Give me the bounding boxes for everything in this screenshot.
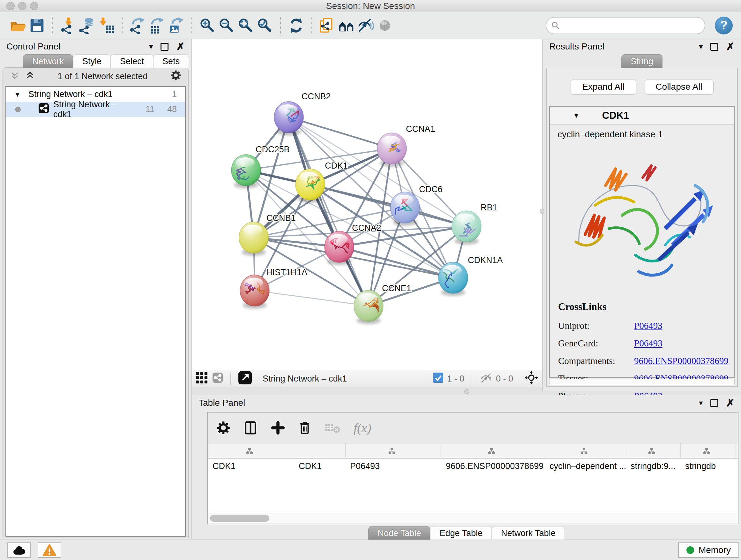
- hidden-eye-icon[interactable]: [480, 372, 492, 385]
- tab-style[interactable]: Style: [73, 54, 111, 68]
- tab-node-table[interactable]: Node Table: [368, 526, 430, 540]
- scrollbar-thumb[interactable]: [210, 515, 269, 522]
- minimize-window-button[interactable]: [18, 2, 26, 10]
- maximize-panel-icon[interactable]: [160, 43, 169, 51]
- tab-edge-table[interactable]: Edge Table: [430, 526, 492, 540]
- network-edge[interactable]: [289, 117, 368, 306]
- search-box[interactable]: [546, 17, 705, 34]
- show-hidden-button[interactable]: [375, 16, 394, 36]
- table-horizontal-scrollbar[interactable]: [208, 513, 738, 523]
- import-table-from-file-button[interactable]: [97, 16, 116, 36]
- network-node-cdc6[interactable]: CDC6: [390, 185, 443, 226]
- expand-all-networks-icon[interactable]: [25, 71, 35, 82]
- grid-view-icon[interactable]: [196, 372, 207, 386]
- collapse-all-networks-icon[interactable]: [10, 71, 19, 82]
- selected-nodes-checkbox[interactable]: [433, 373, 443, 385]
- help-button[interactable]: ?: [715, 17, 733, 35]
- close-panel-icon[interactable]: ✗: [176, 42, 185, 52]
- network-node-ccnb1[interactable]: CCNB1: [239, 213, 296, 256]
- add-column-icon[interactable]: [271, 421, 285, 435]
- table-cell[interactable]: CDK1: [208, 461, 294, 471]
- table-row[interactable]: CDK1CDK1P064939606.ENSP00000378699cyclin…: [208, 458, 738, 474]
- network-node-ccnb2[interactable]: CCNB2: [274, 91, 331, 135]
- table-cell[interactable]: stringdb:9...: [626, 461, 681, 471]
- network-from-document-button[interactable]: [318, 16, 337, 36]
- zoom-out-button[interactable]: [217, 16, 236, 36]
- fit-content-crosshair-icon[interactable]: [525, 371, 538, 387]
- network-node-cdkn1a[interactable]: CDKN1A: [439, 255, 503, 296]
- network-row[interactable]: String Network – cdk1 11 48: [6, 102, 185, 117]
- maximize-table-panel-icon[interactable]: [711, 399, 718, 407]
- zoom-fit-button[interactable]: [236, 16, 255, 36]
- table-cell[interactable]: cyclin–dependent ...: [545, 461, 626, 471]
- column-header-description[interactable]: [545, 443, 626, 458]
- float-results-icon[interactable]: ▾: [699, 42, 703, 51]
- float-table-panel-icon[interactable]: ▾: [699, 398, 703, 408]
- gene-collapse-icon[interactable]: ▼: [573, 111, 580, 120]
- network-view-canvas[interactable]: CCNB2 CCNA1 CDC25B CDK1 CDC6: [192, 39, 542, 370]
- zoom-selected-button[interactable]: [255, 16, 274, 36]
- cloud-status-button[interactable]: [7, 543, 30, 558]
- crosslink-value-link[interactable]: P06493: [634, 338, 663, 349]
- close-results-icon[interactable]: ✗: [726, 42, 735, 52]
- network-node-ccna1[interactable]: CCNA1: [377, 124, 435, 167]
- memory-button[interactable]: Memory: [678, 543, 739, 558]
- tab-network-table[interactable]: Network Table: [492, 526, 565, 540]
- save-session-button[interactable]: [27, 16, 47, 36]
- tab-select[interactable]: Select: [111, 54, 153, 68]
- title-bar: Session: New Session: [0, 0, 741, 12]
- table-cell[interactable]: CDK1: [294, 461, 346, 471]
- import-network-from-file-button[interactable]: [59, 16, 78, 36]
- table-options-gear-icon[interactable]: [216, 421, 230, 435]
- export-network-button[interactable]: [128, 16, 147, 36]
- node-label: CCNA1: [406, 124, 435, 134]
- hide-selected-icon: [357, 17, 374, 34]
- column-header-name[interactable]: [294, 443, 346, 458]
- first-neighbors-button[interactable]: [337, 16, 356, 36]
- column-header-database-identifier[interactable]: [441, 443, 545, 458]
- hide-selected-button[interactable]: [356, 16, 375, 36]
- crosslink-label: GeneCard:: [558, 338, 634, 349]
- search-input[interactable]: [563, 20, 700, 30]
- network-node-ccne1[interactable]: CCNE1: [354, 284, 411, 324]
- column-header-canonical-name[interactable]: [346, 443, 441, 458]
- tab-string[interactable]: String: [621, 54, 663, 68]
- network-edge[interactable]: [255, 291, 368, 306]
- results-scroll-strip[interactable]: [549, 379, 735, 385]
- float-panel-icon[interactable]: ▾: [149, 42, 153, 51]
- delete-column-icon[interactable]: [298, 420, 312, 435]
- zoom-window-button[interactable]: [30, 2, 38, 10]
- open-in-window-icon[interactable]: [239, 371, 252, 387]
- zoom-out-icon: [218, 17, 235, 34]
- collapse-all-button[interactable]: Collapse All: [645, 79, 714, 95]
- table-cell[interactable]: 9606.ENSP00000378699: [441, 461, 545, 471]
- network-node-hist1h1a[interactable]: HIST1H1A: [240, 267, 307, 309]
- network-overview-icon[interactable]: [212, 373, 223, 385]
- crosslink-value-link[interactable]: 9606.ENSP00000378699: [634, 356, 729, 366]
- close-window-button[interactable]: [6, 2, 15, 10]
- vertical-splitter-handle[interactable]: [540, 209, 544, 213]
- warning-status-button[interactable]: [38, 543, 61, 558]
- column-header-namespace[interactable]: [681, 443, 736, 458]
- refresh-network-button[interactable]: [286, 16, 306, 36]
- zoom-in-button[interactable]: [198, 16, 217, 36]
- split-table-icon[interactable]: [243, 421, 258, 435]
- network-options-gear-icon[interactable]: [171, 70, 181, 83]
- network-node-rb1[interactable]: RB1: [452, 203, 497, 245]
- maximize-results-icon[interactable]: [711, 43, 718, 51]
- expand-all-button[interactable]: Expand All: [570, 79, 636, 95]
- crosslink-value-link[interactable]: P06493: [634, 320, 663, 331]
- tab-network[interactable]: Network: [23, 54, 73, 68]
- tree-expander-icon[interactable]: ▼: [6, 91, 21, 98]
- horizontal-splitter-handle[interactable]: [464, 389, 469, 394]
- column-header-shared-name[interactable]: [208, 443, 294, 458]
- column-header--id[interactable]: [626, 443, 681, 458]
- open-session-button[interactable]: [8, 16, 27, 36]
- close-table-panel-icon[interactable]: ✗: [726, 398, 735, 408]
- import-network-from-database-button[interactable]: [78, 16, 97, 36]
- export-image-button[interactable]: [166, 16, 186, 36]
- tab-sets[interactable]: Sets: [153, 54, 189, 68]
- table-cell[interactable]: P06493: [346, 461, 441, 471]
- table-cell[interactable]: stringdb: [681, 461, 736, 471]
- export-table-button[interactable]: [147, 16, 166, 36]
